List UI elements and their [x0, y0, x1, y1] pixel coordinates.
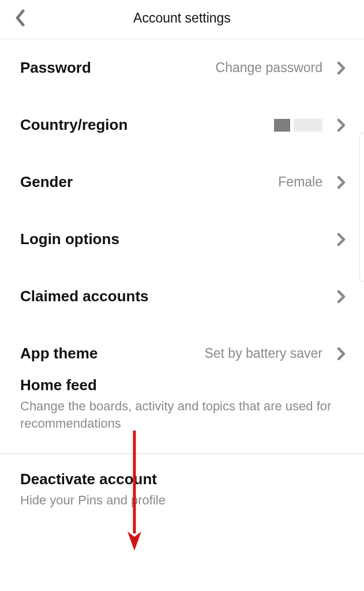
back-button[interactable] [12, 9, 29, 27]
row-gender[interactable]: Gender Female [0, 154, 364, 211]
page-title: Account settings [12, 10, 352, 26]
row-value: Change password [216, 60, 322, 76]
row-password[interactable]: Password Change password [0, 39, 364, 96]
row-right: Female [278, 174, 347, 190]
row-label: Password [20, 59, 91, 77]
row-right [274, 119, 347, 132]
row-label: App theme [20, 345, 97, 362]
row-value: Female [278, 174, 322, 190]
row-description: Change the boards, activity and topics t… [20, 398, 347, 432]
redacted-value [274, 119, 322, 132]
row-value: Set by battery saver [204, 346, 322, 361]
row-app-theme[interactable]: App theme Set by battery saver [0, 325, 364, 374]
chevron-right-icon [336, 234, 347, 245]
row-description: Hide your Pins and profile [20, 492, 347, 509]
row-claimed-accounts[interactable]: Claimed accounts [0, 268, 364, 325]
scrollbar-hint [359, 133, 364, 282]
row-right [336, 291, 347, 302]
row-right [336, 234, 347, 245]
header: Account settings [0, 0, 364, 39]
row-right: Set by battery saver [204, 346, 347, 361]
row-label: Gender [20, 173, 73, 191]
chevron-right-icon [336, 120, 347, 130]
row-home-feed[interactable]: Home feed Change the boards, activity an… [0, 374, 364, 449]
row-label: Home feed [20, 376, 347, 394]
chevron-right-icon [336, 177, 347, 188]
row-label: Claimed accounts [20, 287, 149, 305]
row-country-region[interactable]: Country/region [0, 96, 364, 154]
chevron-right-icon [336, 349, 347, 359]
row-label: Country/region [20, 116, 127, 134]
chevron-left-icon [15, 9, 25, 27]
chevron-right-icon [336, 291, 347, 302]
settings-list: Password Change password Country/region … [0, 39, 364, 515]
row-label: Login options [20, 230, 119, 248]
row-label: Deactivate account [20, 470, 347, 488]
chevron-right-icon [336, 63, 347, 73]
row-login-options[interactable]: Login options [0, 211, 364, 268]
row-right: Change password [216, 60, 347, 76]
svg-marker-1 [127, 532, 141, 551]
row-deactivate-account[interactable]: Deactivate account Hide your Pins and pr… [0, 454, 364, 515]
